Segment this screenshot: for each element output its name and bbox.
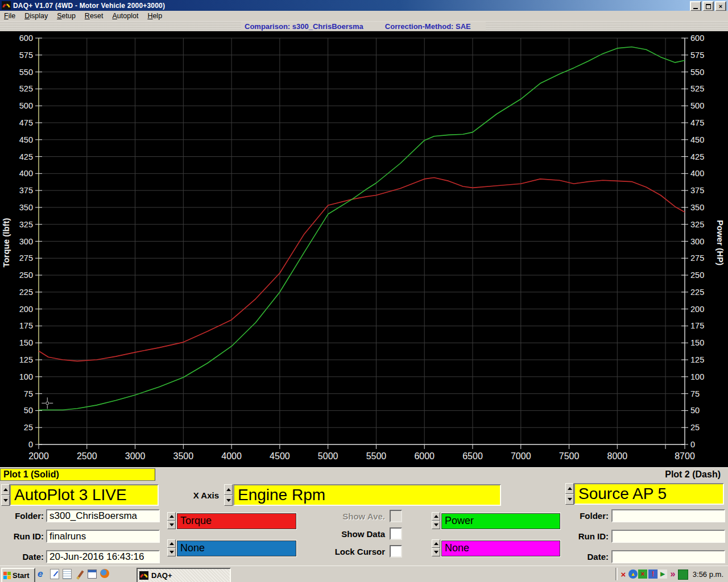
spinner-up-button[interactable] <box>1 484 10 495</box>
plot1-folder-field[interactable]: s300_ChrisBoersma <box>46 509 160 522</box>
right-axis-title: Power (HP) <box>715 220 725 265</box>
spinner-down-button[interactable] <box>565 494 574 505</box>
svg-text:525: 525 <box>19 84 33 93</box>
arrow-up-icon <box>434 542 439 545</box>
fast-forward-icon[interactable]: » <box>668 569 677 579</box>
svg-text:4500: 4500 <box>270 451 290 461</box>
alert-icon[interactable]: ! <box>648 569 657 579</box>
minimize-button[interactable] <box>690 1 701 11</box>
svg-text:350: 350 <box>690 203 704 212</box>
plot1-source-field[interactable]: AutoPlot 3 LIVE <box>10 484 159 506</box>
svg-text:250: 250 <box>19 271 33 280</box>
antivirus-icon[interactable]: × <box>619 569 628 579</box>
show-ave-label: Show Ave. <box>301 512 385 521</box>
spinner-up-button[interactable] <box>432 539 440 548</box>
show-data-checkbox[interactable] <box>390 527 402 540</box>
restore-button[interactable] <box>702 1 714 11</box>
svg-text:475: 475 <box>19 118 33 127</box>
y1-channel-field[interactable]: Torque <box>177 513 296 529</box>
menu-setup[interactable]: Setup <box>53 11 81 21</box>
close-icon: × <box>719 3 722 10</box>
arrow-up-icon <box>169 515 174 518</box>
svg-text:25: 25 <box>690 423 700 432</box>
ie-icon[interactable]: e <box>38 569 48 579</box>
x-axis-field[interactable]: Engine Rpm <box>233 484 501 506</box>
daq-task-button[interactable]: DAQ+ <box>136 568 231 582</box>
plot2-folder-label: Folder: <box>563 511 609 521</box>
spinner-down-button[interactable] <box>432 521 440 529</box>
network-activity-icon[interactable] <box>678 569 688 580</box>
tray-separator <box>615 568 618 580</box>
paint-icon[interactable] <box>75 569 85 579</box>
spinner-up-button[interactable] <box>432 512 440 521</box>
spinner-up-button[interactable] <box>565 483 574 494</box>
svg-text:0: 0 <box>690 440 695 449</box>
y4-channel-field[interactable]: None <box>441 541 560 556</box>
start-button[interactable]: Start <box>1 568 35 582</box>
spinner-down-button[interactable] <box>432 548 440 556</box>
menu-help[interactable]: Help <box>143 11 167 21</box>
svg-text:425: 425 <box>690 152 704 161</box>
lock-cursor-checkbox[interactable] <box>390 545 402 558</box>
windows-logo-icon <box>3 572 11 579</box>
menu-file[interactable]: File <box>0 11 20 21</box>
spinner-up-button[interactable] <box>167 539 176 548</box>
svg-text:375: 375 <box>19 186 33 195</box>
svg-text:400: 400 <box>690 169 704 178</box>
plot1-runid-field[interactable]: finalruns <box>46 530 160 543</box>
close-button[interactable]: × <box>715 1 726 11</box>
spinner-up-button[interactable] <box>224 484 233 495</box>
svg-text:550: 550 <box>19 68 33 77</box>
restore-icon <box>706 4 711 9</box>
menu-reset[interactable]: Reset <box>81 11 109 21</box>
arrow-up-icon <box>3 488 8 491</box>
plot2-date-field[interactable] <box>611 550 725 563</box>
menu-autoplot[interactable]: Autoplot <box>109 11 144 21</box>
minimize-icon <box>693 8 698 9</box>
svg-text:450: 450 <box>19 135 33 144</box>
taskbar-clock: 3:56 p.m. <box>692 570 723 579</box>
svg-text:275: 275 <box>19 253 33 263</box>
spinner-down-button[interactable] <box>224 495 233 506</box>
dyno-plot-area: Torque (lbft) Power (HP) 002525505075751… <box>0 31 728 467</box>
svg-text:500: 500 <box>690 101 704 110</box>
svg-text:3500: 3500 <box>173 451 194 461</box>
daq-application-window: { "window": { "title": "DAQ+ V1.07 (4WD … <box>0 0 728 582</box>
plot1-date-label: Date: <box>0 552 44 562</box>
y3-channel-field[interactable]: Power <box>441 513 560 529</box>
compose-icon[interactable] <box>50 569 59 579</box>
y2-channel-field[interactable]: None <box>177 541 296 556</box>
spinner-up-button[interactable] <box>167 512 176 521</box>
arrow-down-icon <box>3 499 8 502</box>
svg-text:5000: 5000 <box>318 451 338 461</box>
spinner-down-button[interactable] <box>167 521 176 529</box>
svg-text:450: 450 <box>690 135 704 144</box>
x-axis-spinner <box>224 484 233 506</box>
menu-display[interactable]: Display <box>20 11 53 21</box>
spinner-down-button[interactable] <box>167 548 176 556</box>
arrow-up-icon <box>226 488 231 491</box>
network-warning-icon[interactable]: ▲ <box>628 569 638 579</box>
correction-method-label: Correction-Method: SAE <box>385 22 471 31</box>
svg-text:25: 25 <box>24 423 33 432</box>
svg-text:525: 525 <box>690 84 704 93</box>
svg-text:275: 275 <box>690 253 704 263</box>
svg-text:175: 175 <box>690 321 704 330</box>
plot-cursor[interactable] <box>42 397 53 409</box>
plot2-runid-field[interactable] <box>611 530 725 543</box>
media-player-icon[interactable] <box>88 569 97 579</box>
svg-text:325: 325 <box>690 220 704 229</box>
svg-text:100: 100 <box>690 372 704 381</box>
spinner-down-button[interactable] <box>1 495 10 506</box>
svg-text:375: 375 <box>690 186 704 195</box>
sync-error-icon[interactable]: × <box>638 569 647 579</box>
update-icon[interactable]: ▶ <box>658 569 667 579</box>
firefox-icon[interactable] <box>100 569 109 578</box>
plot2-folder-field[interactable] <box>611 509 725 522</box>
plot2-source-field[interactable]: Source AP 5 <box>574 483 724 505</box>
show-ave-checkbox <box>390 510 402 522</box>
plot1-date-field[interactable]: 20-Jun-2016 16:43:16 <box>46 550 160 563</box>
svg-text:50: 50 <box>24 406 33 415</box>
comparison-info: Comparison: s300_ChrisBoersma Correction… <box>241 22 486 31</box>
notes-icon[interactable] <box>63 569 72 579</box>
